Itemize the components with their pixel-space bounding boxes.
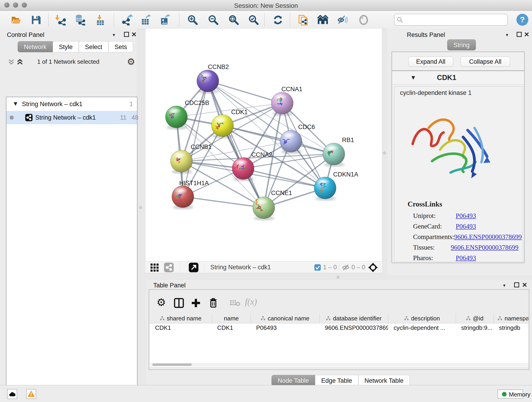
tab-node-table[interactable]: Node Table	[272, 375, 315, 386]
table-panel-float-icon[interactable]	[514, 282, 519, 287]
save-session-icon[interactable]	[31, 14, 41, 26]
table-cell[interactable]: CDK1	[150, 323, 212, 332]
results-panel-float-icon[interactable]	[517, 32, 522, 37]
column-header-name[interactable]: name	[212, 313, 251, 323]
node-RB1[interactable]	[323, 143, 345, 167]
bar-separator	[204, 263, 204, 272]
export-network-icon[interactable]	[122, 14, 133, 26]
node-CDK1[interactable]	[211, 115, 234, 138]
results-tab-string[interactable]: String	[447, 39, 476, 51]
results-panel-menu-icon[interactable]: ▾	[506, 32, 508, 38]
export-image-icon[interactable]	[159, 14, 170, 26]
crosslink-link[interactable]: 9606.ENSP00000378699	[454, 233, 522, 241]
gear-icon[interactable]: ⚙	[157, 296, 166, 308]
external-link-icon[interactable]	[189, 263, 198, 272]
search-input[interactable]	[405, 15, 506, 25]
zoom-in-icon[interactable]	[187, 14, 198, 26]
share-badge-icon[interactable]	[164, 263, 174, 272]
node-CDKN1A[interactable]	[314, 177, 336, 201]
add-column-icon[interactable]	[191, 298, 201, 308]
import-network-database-icon[interactable]	[74, 14, 85, 26]
export-table-icon[interactable]	[140, 14, 152, 26]
collapse-all-button[interactable]: Collapse All	[461, 57, 510, 67]
left-splitter-handle[interactable]	[139, 206, 142, 209]
tab-select[interactable]: Select	[79, 41, 108, 52]
table-box: ⚙ f(x) shared namenamecanonical	[149, 289, 529, 370]
zoom-selected-icon[interactable]	[248, 14, 259, 26]
node-CCNA2[interactable]	[232, 157, 254, 181]
column-header--id[interactable]: @id	[456, 313, 494, 323]
scrollbar-thumb[interactable]	[152, 364, 192, 366]
column-header-shared-name[interactable]: shared name	[150, 313, 212, 323]
zoom-out-icon[interactable]	[208, 14, 219, 26]
table-cell[interactable]: stringdb	[494, 323, 528, 332]
copy-style-icon[interactable]	[298, 14, 309, 26]
right-splitter-handle[interactable]	[383, 152, 386, 154]
network-collection-row[interactable]: ▼ String Network – cdk1 1	[6, 98, 137, 111]
table-panel-menu-icon[interactable]: ▾	[503, 283, 505, 288]
tab-sets[interactable]: Sets	[108, 41, 133, 52]
hidden-eye-icon[interactable]	[342, 264, 350, 271]
crosslink-link[interactable]: P06493	[456, 212, 476, 220]
expand-all-button[interactable]: Expand All	[408, 57, 453, 67]
import-table-file-icon[interactable]	[95, 14, 106, 26]
bottom-splitter-handle[interactable]	[336, 276, 340, 279]
tab-network-table[interactable]: Network Table	[358, 375, 410, 386]
protein-header[interactable]: ▼ CDK1	[392, 71, 524, 85]
zoom-fit-icon[interactable]	[228, 14, 239, 26]
node-CCNE1[interactable]	[253, 197, 275, 220]
column-header-namespace[interactable]: namespace	[494, 313, 528, 323]
protein-expander-icon[interactable]: ▼	[412, 75, 415, 80]
birdseye-icon[interactable]	[368, 262, 378, 273]
cloud-button[interactable]	[7, 389, 17, 399]
grid-icon[interactable]	[150, 263, 160, 272]
table-cell[interactable]: CDK1	[212, 323, 251, 332]
table-cell[interactable]: P06493	[251, 323, 319, 332]
horizontal-scrollbar[interactable]	[150, 363, 528, 366]
node-CCNB1[interactable]	[171, 150, 192, 174]
help-icon[interactable]: ?	[516, 13, 529, 26]
warning-button[interactable]	[26, 389, 36, 399]
crosslink-link[interactable]: P06493	[456, 223, 476, 230]
memory-button[interactable]: Memory	[497, 389, 523, 399]
network-options-gear-icon[interactable]: ⚙	[127, 56, 135, 67]
column-header-database-identifier[interactable]: database identifier	[319, 313, 388, 323]
node-CDC6[interactable]	[280, 130, 302, 154]
control-panel-close-icon[interactable]: ✕	[131, 31, 137, 38]
node-HIST1H1A[interactable]	[172, 186, 194, 210]
selected-checkbox-icon[interactable]	[314, 264, 321, 271]
table-cell[interactable]: 9606.ENSP00000378699	[319, 323, 388, 332]
edge-HIST1H1A-CCNE1[interactable]	[183, 197, 264, 208]
crosslink-link[interactable]: P06493	[456, 254, 476, 262]
import-network-file-icon[interactable]	[55, 14, 66, 26]
table-cell[interactable]: stringdb:9...	[456, 323, 494, 332]
level-of-detail-icon[interactable]	[358, 14, 369, 26]
tab-style[interactable]: Style	[53, 41, 79, 52]
enhanced-graphics-icon[interactable]	[337, 14, 348, 26]
crosslink-link[interactable]: 9606.ENSP00000378699	[451, 244, 519, 251]
tab-edge-table[interactable]: Edge Table	[315, 375, 358, 386]
tab-network[interactable]: Network	[18, 41, 53, 52]
table-panel-close-icon[interactable]: ✕	[522, 281, 527, 289]
edge-CCNB2-CCNA1[interactable]	[208, 81, 282, 103]
delete-column-icon[interactable]	[208, 298, 218, 308]
network-row-selected[interactable]: String Network – cdk1 11 48	[6, 111, 137, 124]
apply-layout-icon[interactable]	[272, 14, 283, 26]
columns-icon[interactable]	[174, 298, 184, 308]
results-panel-close-icon[interactable]: ✕	[524, 31, 529, 38]
open-session-icon[interactable]	[11, 14, 22, 26]
network-canvas[interactable]: CCNB2CCNA1CDC25BCDK1CDC6RB1CCNB1CCNA2CDK…	[145, 29, 382, 261]
edge-CCNB2-CCNE1[interactable]	[208, 81, 264, 208]
control-panel-menu-icon[interactable]: ▾	[113, 32, 115, 38]
collection-expander-icon[interactable]: ▼	[14, 101, 17, 106]
string-home-icon[interactable]	[317, 14, 328, 26]
column-header-canonical-name[interactable]: canonical name	[251, 313, 319, 323]
node-CCNB2[interactable]	[197, 70, 219, 94]
column-header-description[interactable]: description	[388, 313, 456, 323]
node-CDC25B[interactable]	[165, 106, 187, 130]
table-row[interactable]: CDK1CDK1P064939606.ENSP00000378699cyclin…	[150, 323, 528, 332]
table-cell[interactable]: cyclin-dependent ...	[388, 323, 456, 332]
node-CCNA1[interactable]	[271, 92, 293, 116]
control-panel-float-icon[interactable]	[124, 32, 129, 37]
node-label-RB1: RB1	[342, 137, 354, 143]
